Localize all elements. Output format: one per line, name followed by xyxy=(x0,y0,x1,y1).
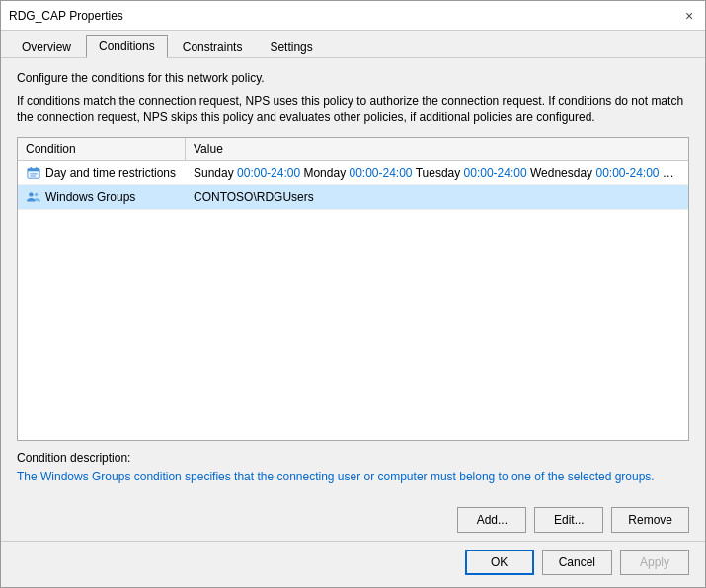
condition-cell-1: Day and time restrictions xyxy=(18,161,186,184)
column-value: Value xyxy=(186,138,688,160)
tab-settings[interactable]: Settings xyxy=(257,36,325,58)
add-button[interactable]: Add... xyxy=(457,507,526,533)
tab-conditions[interactable]: Conditions xyxy=(86,35,168,58)
conditions-table: Condition Value xyxy=(17,137,689,441)
remove-button[interactable]: Remove xyxy=(611,507,689,533)
cancel-button[interactable]: Cancel xyxy=(542,550,612,575)
condition-description-text: The Windows Groups condition specifies t… xyxy=(17,469,689,485)
description2: If conditions match the connection reque… xyxy=(17,93,689,126)
svg-rect-3 xyxy=(36,167,38,170)
condition-name-1: Day and time restrictions xyxy=(45,166,176,180)
tab-overview[interactable]: Overview xyxy=(9,36,84,58)
condition-name-2: Windows Groups xyxy=(45,190,135,204)
table-row[interactable]: Windows Groups CONTOSO\RDGUsers xyxy=(18,185,688,210)
edit-button[interactable]: Edit... xyxy=(534,507,603,533)
column-condition: Condition xyxy=(18,138,186,160)
table-header: Condition Value xyxy=(18,138,688,161)
action-button-bar: Add... Edit... Remove xyxy=(1,497,705,541)
bottom-button-bar: OK Cancel Apply xyxy=(1,541,705,587)
day-time-value: Sunday 00:00-24:00 Monday 00:00-24:00 Tu… xyxy=(194,166,688,180)
apply-button[interactable]: Apply xyxy=(620,550,689,575)
value-cell-1: Sunday 00:00-24:00 Monday 00:00-24:00 Tu… xyxy=(186,162,688,184)
clock-icon xyxy=(26,165,41,181)
table-body: Day and time restrictions Sunday 00:00-2… xyxy=(18,161,688,440)
svg-point-7 xyxy=(35,193,39,197)
description1: Configure the conditions for this networ… xyxy=(17,70,689,87)
tab-constraints[interactable]: Constraints xyxy=(170,36,256,58)
table-row[interactable]: Day and time restrictions Sunday 00:00-2… xyxy=(18,161,688,185)
properties-window: RDG_CAP Properties × Overview Conditions… xyxy=(0,0,706,588)
group-icon xyxy=(26,189,41,205)
svg-rect-2 xyxy=(31,167,33,170)
main-content: Configure the conditions for this networ… xyxy=(1,58,705,497)
ok-button[interactable]: OK xyxy=(465,550,534,575)
tabs-bar: Overview Conditions Constraints Settings xyxy=(1,31,705,58)
value-cell-2: CONTOSO\RDGUsers xyxy=(186,186,688,208)
svg-rect-1 xyxy=(28,169,39,172)
condition-cell-2: Windows Groups xyxy=(18,185,186,209)
close-button[interactable]: × xyxy=(681,8,697,24)
svg-point-6 xyxy=(29,193,33,197)
condition-description-section: Condition description: The Windows Group… xyxy=(17,451,689,485)
title-bar: RDG_CAP Properties × xyxy=(1,1,705,31)
window-title: RDG_CAP Properties xyxy=(9,9,123,23)
condition-description-label: Condition description: xyxy=(17,451,689,465)
